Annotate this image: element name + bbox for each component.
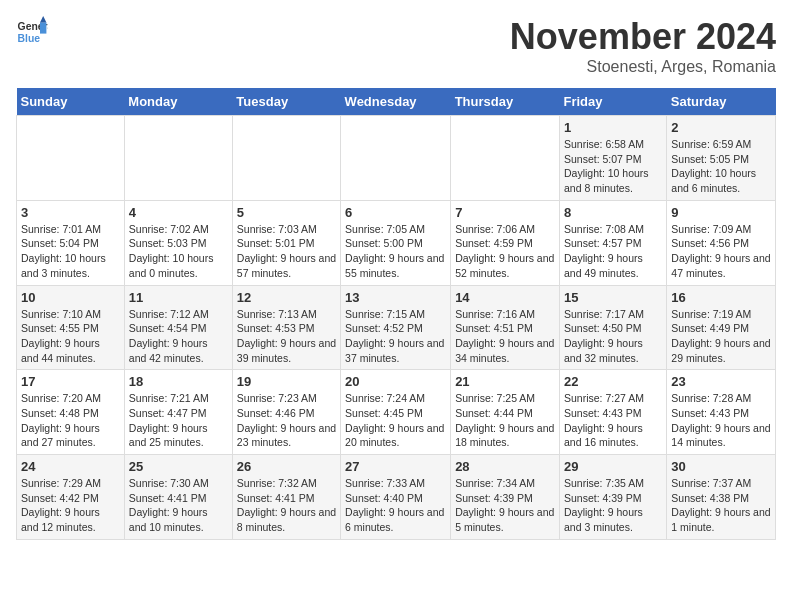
day-info: Sunrise: 7:16 AM Sunset: 4:51 PM Dayligh…: [455, 307, 555, 366]
day-info: Sunrise: 7:19 AM Sunset: 4:49 PM Dayligh…: [671, 307, 771, 366]
week-row-4: 17Sunrise: 7:20 AM Sunset: 4:48 PM Dayli…: [17, 370, 776, 455]
day-number: 25: [129, 459, 228, 474]
title-section: November 2024 Stoenesti, Arges, Romania: [510, 16, 776, 76]
day-info: Sunrise: 7:30 AM Sunset: 4:41 PM Dayligh…: [129, 476, 228, 535]
week-row-1: 1Sunrise: 6:58 AM Sunset: 5:07 PM Daylig…: [17, 116, 776, 201]
day-info: Sunrise: 7:03 AM Sunset: 5:01 PM Dayligh…: [237, 222, 336, 281]
month-title: November 2024: [510, 16, 776, 58]
day-info: Sunrise: 6:58 AM Sunset: 5:07 PM Dayligh…: [564, 137, 662, 196]
calendar-cell: 5Sunrise: 7:03 AM Sunset: 5:01 PM Daylig…: [232, 200, 340, 285]
day-number: 14: [455, 290, 555, 305]
weekday-header-saturday: Saturday: [667, 88, 776, 116]
weekday-header-thursday: Thursday: [451, 88, 560, 116]
calendar-cell: 15Sunrise: 7:17 AM Sunset: 4:50 PM Dayli…: [559, 285, 666, 370]
day-number: 3: [21, 205, 120, 220]
day-number: 11: [129, 290, 228, 305]
calendar-cell: 28Sunrise: 7:34 AM Sunset: 4:39 PM Dayli…: [451, 455, 560, 540]
day-number: 6: [345, 205, 446, 220]
day-info: Sunrise: 7:12 AM Sunset: 4:54 PM Dayligh…: [129, 307, 228, 366]
calendar-cell: 4Sunrise: 7:02 AM Sunset: 5:03 PM Daylig…: [124, 200, 232, 285]
weekday-header-tuesday: Tuesday: [232, 88, 340, 116]
calendar-cell: 14Sunrise: 7:16 AM Sunset: 4:51 PM Dayli…: [451, 285, 560, 370]
weekday-header-monday: Monday: [124, 88, 232, 116]
calendar-cell: 1Sunrise: 6:58 AM Sunset: 5:07 PM Daylig…: [559, 116, 666, 201]
calendar-cell: 2Sunrise: 6:59 AM Sunset: 5:05 PM Daylig…: [667, 116, 776, 201]
svg-marker-2: [40, 22, 46, 33]
day-info: Sunrise: 7:27 AM Sunset: 4:43 PM Dayligh…: [564, 391, 662, 450]
day-info: Sunrise: 7:01 AM Sunset: 5:04 PM Dayligh…: [21, 222, 120, 281]
day-number: 9: [671, 205, 771, 220]
day-number: 28: [455, 459, 555, 474]
calendar-cell: 23Sunrise: 7:28 AM Sunset: 4:43 PM Dayli…: [667, 370, 776, 455]
day-number: 20: [345, 374, 446, 389]
day-info: Sunrise: 7:13 AM Sunset: 4:53 PM Dayligh…: [237, 307, 336, 366]
calendar-cell: 22Sunrise: 7:27 AM Sunset: 4:43 PM Dayli…: [559, 370, 666, 455]
day-number: 17: [21, 374, 120, 389]
day-info: Sunrise: 7:05 AM Sunset: 5:00 PM Dayligh…: [345, 222, 446, 281]
day-number: 15: [564, 290, 662, 305]
day-info: Sunrise: 7:10 AM Sunset: 4:55 PM Dayligh…: [21, 307, 120, 366]
calendar-cell: 7Sunrise: 7:06 AM Sunset: 4:59 PM Daylig…: [451, 200, 560, 285]
day-number: 8: [564, 205, 662, 220]
day-number: 2: [671, 120, 771, 135]
calendar-cell: 30Sunrise: 7:37 AM Sunset: 4:38 PM Dayli…: [667, 455, 776, 540]
calendar-cell: [17, 116, 125, 201]
day-number: 12: [237, 290, 336, 305]
week-row-2: 3Sunrise: 7:01 AM Sunset: 5:04 PM Daylig…: [17, 200, 776, 285]
day-number: 24: [21, 459, 120, 474]
day-info: Sunrise: 7:37 AM Sunset: 4:38 PM Dayligh…: [671, 476, 771, 535]
day-number: 27: [345, 459, 446, 474]
day-number: 19: [237, 374, 336, 389]
calendar-cell: 16Sunrise: 7:19 AM Sunset: 4:49 PM Dayli…: [667, 285, 776, 370]
day-info: Sunrise: 7:25 AM Sunset: 4:44 PM Dayligh…: [455, 391, 555, 450]
day-info: Sunrise: 7:09 AM Sunset: 4:56 PM Dayligh…: [671, 222, 771, 281]
weekday-header-sunday: Sunday: [17, 88, 125, 116]
day-number: 26: [237, 459, 336, 474]
calendar-table: SundayMondayTuesdayWednesdayThursdayFrid…: [16, 88, 776, 540]
calendar-cell: 10Sunrise: 7:10 AM Sunset: 4:55 PM Dayli…: [17, 285, 125, 370]
calendar-cell: 26Sunrise: 7:32 AM Sunset: 4:41 PM Dayli…: [232, 455, 340, 540]
day-number: 22: [564, 374, 662, 389]
calendar-cell: 19Sunrise: 7:23 AM Sunset: 4:46 PM Dayli…: [232, 370, 340, 455]
day-info: Sunrise: 6:59 AM Sunset: 5:05 PM Dayligh…: [671, 137, 771, 196]
calendar-cell: 17Sunrise: 7:20 AM Sunset: 4:48 PM Dayli…: [17, 370, 125, 455]
day-info: Sunrise: 7:02 AM Sunset: 5:03 PM Dayligh…: [129, 222, 228, 281]
calendar-cell: 8Sunrise: 7:08 AM Sunset: 4:57 PM Daylig…: [559, 200, 666, 285]
calendar-cell: [232, 116, 340, 201]
day-number: 4: [129, 205, 228, 220]
day-number: 23: [671, 374, 771, 389]
day-number: 7: [455, 205, 555, 220]
weekday-header-row: SundayMondayTuesdayWednesdayThursdayFrid…: [17, 88, 776, 116]
day-info: Sunrise: 7:20 AM Sunset: 4:48 PM Dayligh…: [21, 391, 120, 450]
weekday-header-friday: Friday: [559, 88, 666, 116]
calendar-cell: [124, 116, 232, 201]
calendar-cell: [341, 116, 451, 201]
svg-marker-3: [40, 16, 46, 22]
calendar-cell: 9Sunrise: 7:09 AM Sunset: 4:56 PM Daylig…: [667, 200, 776, 285]
day-info: Sunrise: 7:08 AM Sunset: 4:57 PM Dayligh…: [564, 222, 662, 281]
calendar-cell: 25Sunrise: 7:30 AM Sunset: 4:41 PM Dayli…: [124, 455, 232, 540]
day-number: 29: [564, 459, 662, 474]
calendar-cell: 24Sunrise: 7:29 AM Sunset: 4:42 PM Dayli…: [17, 455, 125, 540]
day-number: 1: [564, 120, 662, 135]
day-info: Sunrise: 7:34 AM Sunset: 4:39 PM Dayligh…: [455, 476, 555, 535]
calendar-cell: 12Sunrise: 7:13 AM Sunset: 4:53 PM Dayli…: [232, 285, 340, 370]
calendar-cell: 20Sunrise: 7:24 AM Sunset: 4:45 PM Dayli…: [341, 370, 451, 455]
week-row-3: 10Sunrise: 7:10 AM Sunset: 4:55 PM Dayli…: [17, 285, 776, 370]
day-info: Sunrise: 7:35 AM Sunset: 4:39 PM Dayligh…: [564, 476, 662, 535]
logo: General Blue: [16, 16, 48, 48]
day-info: Sunrise: 7:15 AM Sunset: 4:52 PM Dayligh…: [345, 307, 446, 366]
calendar-cell: 11Sunrise: 7:12 AM Sunset: 4:54 PM Dayli…: [124, 285, 232, 370]
location-title: Stoenesti, Arges, Romania: [510, 58, 776, 76]
calendar-cell: 3Sunrise: 7:01 AM Sunset: 5:04 PM Daylig…: [17, 200, 125, 285]
calendar-cell: [451, 116, 560, 201]
header: General Blue November 2024 Stoenesti, Ar…: [16, 16, 776, 76]
day-info: Sunrise: 7:32 AM Sunset: 4:41 PM Dayligh…: [237, 476, 336, 535]
calendar-cell: 18Sunrise: 7:21 AM Sunset: 4:47 PM Dayli…: [124, 370, 232, 455]
day-number: 16: [671, 290, 771, 305]
day-number: 21: [455, 374, 555, 389]
calendar-cell: 21Sunrise: 7:25 AM Sunset: 4:44 PM Dayli…: [451, 370, 560, 455]
day-info: Sunrise: 7:29 AM Sunset: 4:42 PM Dayligh…: [21, 476, 120, 535]
calendar-cell: 27Sunrise: 7:33 AM Sunset: 4:40 PM Dayli…: [341, 455, 451, 540]
day-info: Sunrise: 7:24 AM Sunset: 4:45 PM Dayligh…: [345, 391, 446, 450]
